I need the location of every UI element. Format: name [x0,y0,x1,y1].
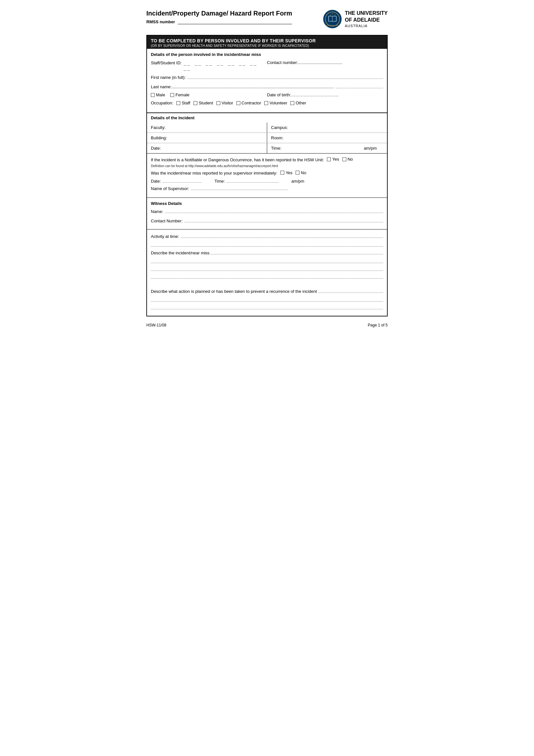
last-name-row: Last name:..............................… [151,83,383,89]
building-label: Building: [151,135,167,140]
witness-name-label: Name: [151,209,163,214]
contractor-checkbox-item: Contractor [237,100,261,105]
supervisor-name-label: Name of Supervisor: [151,186,189,191]
describe-line4 [151,273,383,279]
student-checkbox-item: Student [193,100,213,105]
activity-extra-line [151,241,383,247]
staff-checkbox-item: Staff [176,100,190,105]
female-label: Female [175,93,189,97]
contractor-label: Contractor [242,100,261,105]
male-checkbox-item: Male [151,93,165,97]
activity-line [181,233,383,238]
witness-section: Witness Details Name: Contact Number: [147,198,387,229]
visitor-checkbox-item: Visitor [216,100,233,105]
student-checkbox[interactable] [193,101,197,105]
room-label: Room: [271,135,283,140]
reported-row: Was the incident/near miss reported to y… [151,170,383,176]
staff-id-blanks: __ __ __ __ __ __ __ __ [184,60,267,70]
rmss-label: RMSS number [146,19,175,24]
male-label: Male [156,93,165,97]
uni-line3: AUSTRALIA [345,24,388,28]
male-checkbox[interactable] [151,93,155,97]
other-checkbox-item: Other [291,100,306,105]
contractor-checkbox[interactable] [237,101,240,105]
reported-text: Was the incident/near miss reported to y… [151,171,277,176]
last-name-label: Last name:..............................… [151,84,334,89]
describe-label: Describe the incident/near miss [151,251,209,255]
dob-label: Date of birth:……………………………. [267,93,339,97]
campus-label: Campus: [271,125,288,130]
reported-no-item: No [295,170,306,175]
date-cell: Date: [147,143,267,153]
hsw-no-item: No [343,157,353,162]
dark-header-title: TO BE COMPLETED BY PERSON INVOLVED AND B… [151,38,383,43]
supervisor-time-item: Time: [215,177,278,184]
volunteer-checkbox-item: Volunteer [264,100,287,105]
faculty-label: Faculty: [151,125,166,130]
dark-header-subtitle: (OR BY SUPERVISOR OR HEALTH AND SAFETY R… [151,44,383,47]
notification-section: If the incident is a Notifiable or Dange… [147,153,387,198]
student-label: Student [199,100,213,105]
person-section: Details of the person involved in the in… [147,49,387,113]
gender-dob-row: Male Female Date of birth:……………………………. [151,93,383,97]
rmss-line [178,18,292,24]
staff-id-label: Staff/Student ID: [151,61,182,65]
hsw-no-label: No [347,157,353,162]
volunteer-checkbox[interactable] [264,101,268,105]
supervisor-time-line [227,177,278,183]
page-header: Incident/Property Damage/ Hazard Report … [146,10,388,28]
supervisor-date-line [163,177,202,183]
definition-text: Definition can be found at http://www.ad… [151,164,383,168]
describe-row: Describe the incident/near miss [151,249,383,255]
supervisor-date-row: Date: Time: am/pm [151,177,383,184]
hsw-text: If the incident is a Notifiable or Dange… [151,157,324,162]
supervisor-date-label: Date: [151,179,161,184]
reported-yes-checkbox[interactable] [280,171,284,175]
page-footer: HSW-11/08 Page 1 of 5 [146,323,388,327]
header-right: ★ ★ ★ SUB CRUCE LUMEN THE UNIVERSITY OF … [323,10,388,28]
female-checkbox-item: Female [170,93,189,97]
supervisor-time-label: Time: [215,179,225,184]
hsw-no-checkbox[interactable] [343,157,346,161]
other-checkbox[interactable] [291,101,294,105]
activity-label: Activity at time: [151,234,179,239]
recurrence-line2 [151,296,383,302]
university-logo: ★ ★ ★ SUB CRUCE LUMEN [323,10,342,28]
supervisor-name-row: Name of Supervisor: [151,185,383,191]
supervisor-ampm-label: am/pm [292,179,304,184]
header-left: Incident/Property Damage/ Hazard Report … [146,10,292,24]
incident-heading: Details of the Incident [147,113,387,122]
supervisor-name-line [191,185,288,190]
reported-yes-label: Yes [286,170,292,175]
witness-contact-row: Contact Number: [151,217,383,223]
volunteer-label: Volunteer [269,100,287,105]
first-name-line [188,74,383,79]
spacer [151,281,383,288]
hsw-yes-checkbox[interactable] [327,157,331,161]
staff-checkbox[interactable] [176,101,180,105]
building-cell: Building: [147,133,267,143]
reported-no-label: No [301,170,306,175]
university-name: THE UNIVERSITY OF ADELAIDE AUSTRALIA [345,10,388,28]
first-name-label: First name (in full): [151,75,186,80]
witness-name-row: Name: [151,208,383,214]
hsw-yes-item: Yes [327,157,339,162]
female-checkbox[interactable] [170,93,174,97]
room-cell: Room: [267,133,387,143]
staff-label: Staff [182,100,190,105]
witness-heading: Witness Details [151,201,383,206]
occupation-row: Occupation: Staff Student Visitor Contra… [151,100,383,105]
incident-date-label: Date: [151,146,161,150]
recurrence-row: Describe what action is planned or has b… [151,288,383,294]
other-label: Other [295,100,306,105]
incident-ampm-label: am/pm [364,146,377,150]
occupation-label: Occupation: [151,100,173,105]
form-number: HSW-11/08 [146,323,166,327]
form-title: Incident/Property Damage/ Hazard Report … [146,10,292,17]
describe-line [211,249,383,255]
visitor-checkbox[interactable] [216,101,220,105]
faculty-cell: Faculty: [147,122,267,132]
reported-no-checkbox[interactable] [295,171,299,175]
activity-row: Activity at time: [151,233,383,239]
witness-name-line [165,208,383,213]
